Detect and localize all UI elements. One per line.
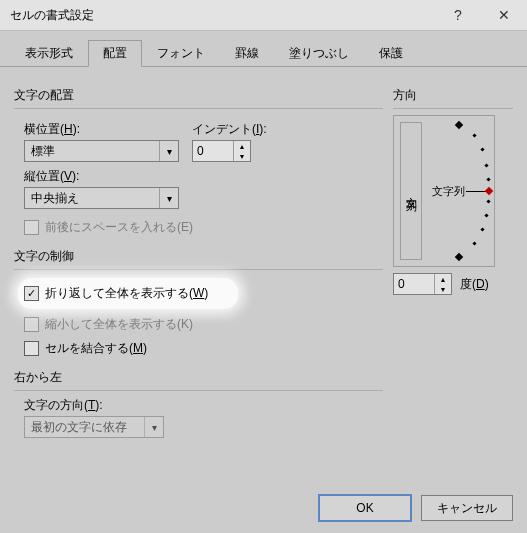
- tab-border[interactable]: 罫線: [220, 40, 274, 67]
- merge-cells-row[interactable]: セルを結合する(M): [24, 338, 383, 359]
- justify-distribute-row: 前後にスペースを入れる(E): [24, 217, 383, 238]
- degrees-label: 度(D): [460, 276, 489, 293]
- wrap-text-checkbox[interactable]: [24, 286, 39, 301]
- indent-spinner[interactable]: 0 ▲▼: [192, 140, 251, 162]
- tab-protection[interactable]: 保護: [364, 40, 418, 67]
- merge-cells-label: セルを結合する(M): [45, 340, 147, 357]
- spinner-down-icon[interactable]: ▼: [435, 284, 451, 294]
- degrees-spinner[interactable]: 0 ▲▼: [393, 273, 452, 295]
- wrap-text-row[interactable]: 折り返して全体を表示する(W): [24, 283, 208, 304]
- orientation-legend: 方向: [393, 87, 513, 104]
- tab-alignment[interactable]: 配置: [88, 40, 142, 67]
- orientation-dial-label: 文字列: [432, 184, 465, 199]
- shrink-fit-label: 縮小して全体を表示する(K): [45, 316, 193, 333]
- dialog-title: セルの書式設定: [10, 7, 435, 24]
- text-direction-value: 最初の文字に依存: [25, 419, 144, 436]
- orientation-dial[interactable]: 文字列: [428, 120, 490, 262]
- spinner-up-icon[interactable]: ▲: [435, 274, 451, 284]
- wrap-text-label: 折り返して全体を表示する(W): [45, 285, 208, 302]
- orientation-vertical-text: 文字列: [404, 188, 419, 194]
- horizontal-label: 横位置(H):: [24, 121, 184, 138]
- tab-font[interactable]: フォント: [142, 40, 220, 67]
- justify-distribute-label: 前後にスペースを入れる(E): [45, 219, 193, 236]
- close-button[interactable]: ✕: [481, 0, 527, 30]
- indent-label: インデント(I):: [192, 121, 267, 138]
- vertical-label: 縦位置(V):: [24, 168, 383, 185]
- cancel-button[interactable]: キャンセル: [421, 495, 513, 521]
- title-bar: セルの書式設定 ? ✕: [0, 0, 527, 31]
- tab-number-format[interactable]: 表示形式: [10, 40, 88, 67]
- help-button[interactable]: ?: [435, 0, 481, 30]
- text-control-legend: 文字の制御: [14, 248, 383, 265]
- text-direction-combo[interactable]: 最初の文字に依存 ▾: [24, 416, 164, 438]
- horizontal-combo[interactable]: 標準 ▾: [24, 140, 179, 162]
- chevron-down-icon: ▾: [144, 417, 163, 437]
- ok-button[interactable]: OK: [319, 495, 411, 521]
- degrees-value: 0: [394, 274, 434, 294]
- shrink-fit-checkbox: [24, 317, 39, 332]
- orientation-vertical-button[interactable]: 文字列: [400, 122, 422, 260]
- tab-fill[interactable]: 塗りつぶし: [274, 40, 364, 67]
- horizontal-value: 標準: [25, 143, 159, 160]
- merge-cells-checkbox[interactable]: [24, 341, 39, 356]
- text-direction-label: 文字の方向(T):: [24, 397, 383, 414]
- tab-strip: 表示形式 配置 フォント 罫線 塗りつぶし 保護: [0, 31, 527, 67]
- vertical-combo[interactable]: 中央揃え ▾: [24, 187, 179, 209]
- indent-value: 0: [193, 141, 233, 161]
- chevron-down-icon: ▾: [159, 141, 178, 161]
- shrink-fit-row: 縮小して全体を表示する(K): [24, 314, 383, 335]
- vertical-value: 中央揃え: [25, 190, 159, 207]
- spinner-down-icon[interactable]: ▼: [234, 151, 250, 161]
- text-alignment-legend: 文字の配置: [14, 87, 383, 104]
- rtl-legend: 右から左: [14, 369, 383, 386]
- justify-distribute-checkbox: [24, 220, 39, 235]
- orientation-box[interactable]: 文字列 文字列: [393, 115, 495, 267]
- spinner-up-icon[interactable]: ▲: [234, 141, 250, 151]
- chevron-down-icon: ▾: [159, 188, 178, 208]
